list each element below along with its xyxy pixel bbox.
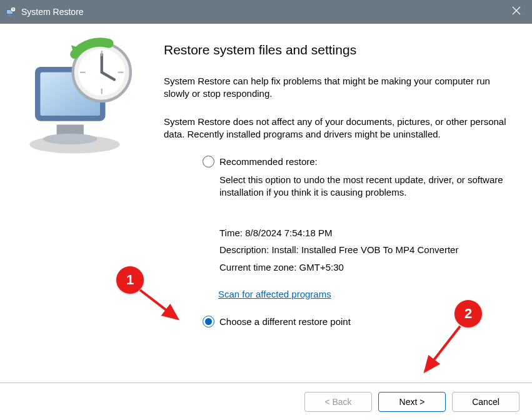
titlebar: System Restore [0, 0, 532, 24]
system-restore-graphic-icon [19, 155, 145, 164]
intro-paragraph-1: System Restore can help fix problems tha… [164, 75, 507, 101]
back-button: < Back [304, 392, 372, 412]
radio-recommended-restore[interactable]: Recommended restore: [203, 156, 507, 168]
radio-icon [203, 316, 214, 328]
scan-affected-programs-link-wrapper: Scan for affected programs [218, 289, 507, 299]
cancel-button[interactable]: Cancel [452, 392, 519, 412]
radio-label: Choose a different restore point [219, 316, 351, 327]
svg-point-9 [43, 134, 98, 144]
page-heading: Restore system files and settings [164, 42, 507, 58]
svg-rect-2 [8, 14, 11, 16]
titlebar-title: System Restore [21, 7, 84, 17]
main-area: Restore system files and settings System… [0, 24, 532, 382]
recommended-description: Select this option to undo the most rece… [219, 174, 507, 199]
restore-point-details: Time: 8/8/2024 7:54:18 PM Description: I… [219, 224, 507, 276]
radio-label: Recommended restore: [219, 156, 318, 167]
close-icon [512, 6, 521, 18]
radio-choose-different-restore-point[interactable]: Choose a different restore point [203, 316, 507, 328]
detail-timezone: Current time zone: GMT+5:30 [219, 259, 507, 276]
content-pane: Restore system files and settings System… [145, 24, 532, 382]
detail-time: Time: 8/8/2024 7:54:18 PM [219, 224, 507, 242]
intro-paragraph-2: System Restore does not affect any of yo… [164, 116, 507, 141]
detail-description: Description: Install: Installed Free VOB… [219, 241, 507, 259]
radio-icon [203, 156, 214, 168]
wizard-footer: < Back Next > Cancel [0, 382, 532, 420]
left-pane [0, 24, 145, 382]
scan-affected-programs-link[interactable]: Scan for affected programs [218, 289, 331, 299]
system-restore-icon [5, 6, 16, 18]
close-button[interactable] [501, 0, 532, 24]
next-button[interactable]: Next > [378, 392, 446, 412]
restore-options: Recommended restore: Select this option … [164, 156, 507, 328]
